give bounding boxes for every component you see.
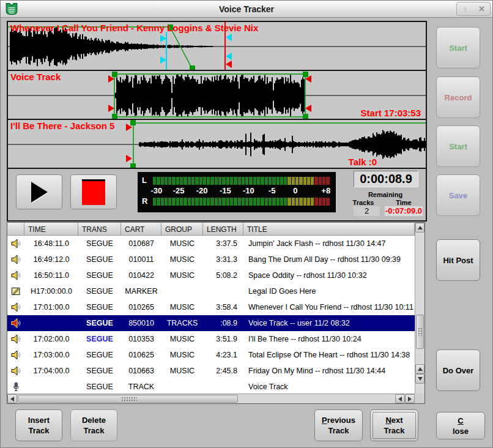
horizontal-scroll-thumb[interactable] [18, 395, 238, 403]
start-button-top[interactable]: Start [436, 27, 480, 69]
save-button[interactable]: Save [436, 174, 480, 216]
row-cart: 010011 [121, 255, 161, 264]
row-time: H17:00:00.0 [24, 287, 78, 296]
scroll-down-button[interactable] [415, 374, 424, 384]
table-row[interactable]: 17:01:00.0 SEGUE 010265 MUSIC 3:58.4 Whe… [7, 299, 415, 315]
vertical-scrollbar[interactable] [415, 223, 424, 394]
table-row[interactable]: 17:02:00.0 SEGUE 010353 MUSIC 3:51.9 I'l… [7, 331, 415, 347]
column-header-trans[interactable]: TRANS [78, 223, 121, 236]
column-header-time[interactable]: TIME [24, 223, 78, 236]
time-remaining-value: -0:07:09.0 [385, 206, 423, 216]
row-time: 17:01:00.0 [24, 303, 78, 312]
table-row[interactable]: 16:48:11.0 SEGUE 010687 MUSIC 3:37.5 Jum… [7, 236, 415, 252]
column-header-length[interactable]: LENGTH [203, 223, 243, 236]
table-row[interactable]: 17:03:00.0 SEGUE 010625 MUSIC 4:23.1 Tot… [7, 347, 415, 363]
track-waveform-3[interactable]: I'll Be There - Jackson 5 Talk :0 [8, 120, 426, 169]
row-group: TRACKS [161, 319, 203, 327]
row-trans: SEGUE [78, 255, 121, 264]
hit-post-button[interactable]: Hit Post [436, 239, 480, 281]
scroll-left-button-2[interactable] [395, 394, 405, 403]
table-row[interactable]: 16:49:12.0 SEGUE 010011 MUSIC 3:31.3 Ban… [7, 252, 415, 267]
tracks-remaining-label: Tracks [348, 199, 379, 206]
row-title: Voice Track [243, 383, 415, 391]
shade-icon[interactable]: ↑ [457, 2, 473, 15]
track-waveform-1[interactable]: Whenever I Call You Friend - Kenny Loggi… [8, 22, 426, 71]
row-time: 16:49:12.0 [24, 255, 78, 264]
arrow-up-icon [418, 226, 423, 230]
delete-track-button[interactable]: Delete Track [70, 409, 117, 441]
row-trans: SEGUE [78, 367, 121, 375]
row-type-icon [7, 366, 24, 376]
row-title: I'll Be There -- rdhost 11/30 10:24 [243, 335, 415, 343]
row-group: MUSIC [161, 271, 203, 280]
row-group: MUSIC [161, 335, 203, 343]
delete-track-line1: Delete [82, 415, 106, 425]
meter-right-label: R [142, 196, 152, 206]
track-1-title: Whenever I Call You Friend - Kenny Loggi… [10, 23, 258, 33]
column-header-title[interactable]: TITLE [243, 223, 415, 236]
window-title: Voice Tracker [1, 1, 492, 18]
close-icon[interactable]: ✕ [473, 2, 490, 15]
row-group: MUSIC [161, 239, 203, 248]
scrollbar-corner [415, 394, 424, 403]
row-length: 3:31.3 [203, 255, 243, 264]
next-track-button[interactable]: Next Track [370, 409, 418, 441]
row-title: Total Eclipse Of The Heart -- rdhost 11/… [243, 351, 415, 359]
row-trans: SEGUE [78, 271, 121, 280]
time-remaining-label: Time [388, 199, 419, 206]
track-waveform-2[interactable]: Voice Track Start 17:03:53 [8, 71, 426, 120]
insert-track-button[interactable]: Insert Track [15, 409, 62, 441]
voice-tracker-window: Voice Tracker ↑ ✕ Whenever I Call You Fr… [0, 0, 493, 448]
row-length: 3:58.4 [203, 303, 243, 312]
play-icon [31, 182, 48, 203]
column-header-icon[interactable] [7, 223, 24, 236]
log-table-header: TIMETRANSCARTGROUPLENGTHTITLE [7, 223, 415, 236]
row-time: 17:03:00.0 [24, 351, 78, 359]
do-over-button[interactable]: Do Over [436, 349, 480, 391]
scroll-up-button-2[interactable] [415, 364, 424, 374]
row-cart: 010687 [121, 239, 161, 248]
audio-level-meter: L -30-25-20-15-10-50+8 R [138, 172, 336, 212]
scroll-left-button[interactable] [7, 394, 17, 403]
row-cart: MARKER [121, 287, 161, 296]
column-header-group[interactable]: GROUP [161, 223, 203, 236]
row-type-icon [7, 255, 24, 264]
track-2-start-time: Start 17:03:53 [361, 108, 421, 118]
table-row[interactable]: 16:50:11.0 SEGUE 010422 MUSIC 5:08.2 Spa… [7, 267, 415, 283]
meter-scale: -30-25-20-15-10-50+8 [153, 186, 330, 196]
horizontal-scrollbar[interactable] [7, 394, 415, 403]
record-button[interactable]: Record [436, 77, 480, 118]
track-3-title: I'll Be There - Jackson 5 [10, 121, 114, 131]
arrow-up-icon [418, 367, 423, 371]
row-time: 17:02:00.0 [24, 335, 78, 343]
row-trans: SEGUE [78, 239, 121, 248]
scroll-up-button[interactable] [415, 223, 424, 233]
vertical-scroll-thumb[interactable] [416, 315, 424, 349]
insert-track-line2: Track [29, 425, 50, 436]
row-time: 17:04:00.0 [24, 367, 78, 375]
row-time: 16:50:11.0 [24, 271, 78, 280]
column-header-cart[interactable]: CART [121, 223, 161, 236]
previous-track-button[interactable]: Previous Track [314, 409, 363, 441]
play-button[interactable] [16, 174, 62, 209]
start-button-bottom[interactable]: Start [436, 125, 480, 167]
table-row[interactable]: SEGUE 850010 TRACKS :08.9 Voice Track --… [7, 315, 415, 331]
row-title: Space Oddity -- rdhost 11/30 10:32 [243, 271, 415, 280]
scroll-right-button[interactable] [405, 394, 415, 403]
row-cart: 010625 [121, 351, 161, 359]
row-type-icon [7, 239, 24, 248]
title-bar[interactable]: Voice Tracker ↑ ✕ [1, 1, 492, 18]
table-row[interactable]: H17:00:00.0 SEGUE MARKER Legal ID Goes H… [7, 283, 415, 299]
row-title: Legal ID Goes Here [243, 287, 415, 296]
table-row[interactable]: SEGUE TRACK Voice Track [7, 379, 415, 395]
row-group: MUSIC [161, 255, 203, 264]
row-length: 3:51.9 [203, 335, 243, 343]
stop-button[interactable] [70, 174, 117, 209]
row-time: 16:48:11.0 [24, 239, 78, 248]
row-group: MUSIC [161, 367, 203, 375]
close-button[interactable]: Close [436, 412, 485, 439]
table-row[interactable]: 17:04:00.0 SEGUE 010663 MUSIC 2:45.8 Fri… [7, 363, 415, 379]
row-length: 5:08.2 [203, 271, 243, 280]
elapsed-time-display: 0:00:08.9 [354, 171, 418, 187]
track-2-title: Voice Track [10, 72, 61, 82]
